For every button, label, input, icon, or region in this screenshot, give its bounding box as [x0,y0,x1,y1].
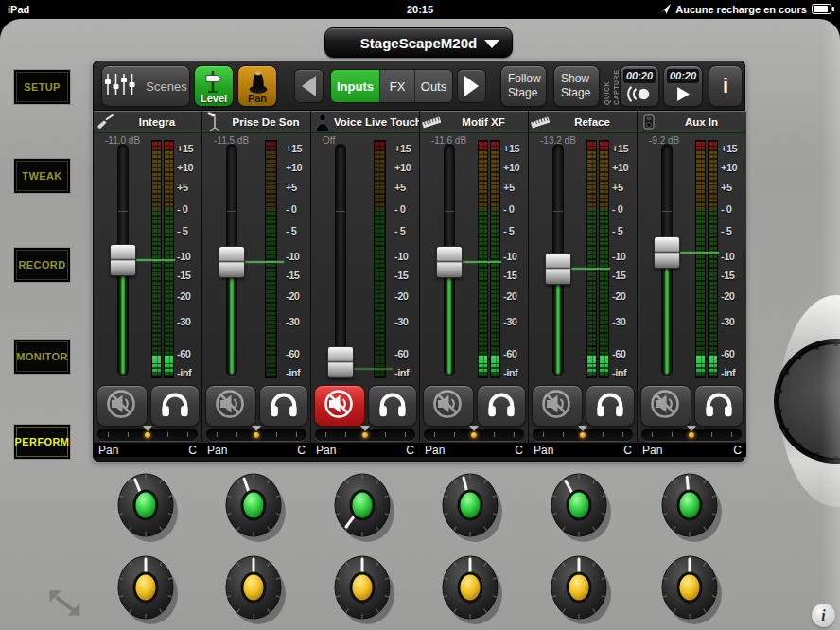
mute-button[interactable] [314,385,365,427]
level-mode-button[interactable]: Level [194,65,234,107]
scale-tick-label: -60 [177,348,190,359]
sidebar-button-record[interactable]: RECORD [13,247,71,283]
pan-center-dot [145,432,150,438]
fader-handle[interactable] [545,253,571,285]
headphones-button[interactable] [694,385,744,427]
pan-slider[interactable] [424,429,524,441]
pan-row-label: Pan [207,444,227,457]
pan-tick [236,432,237,437]
pan-slider[interactable] [533,429,633,441]
mute-button[interactable] [423,385,474,427]
channel-header[interactable]: Motif XF [420,111,528,133]
headphones-button[interactable] [259,385,308,427]
next-page-button[interactable] [457,69,486,103]
meter-scale: +15+10+5- 0- 5-10-15-20-30-60-inf [503,140,528,378]
scale-tick-label: - 0 [503,203,514,215]
scale-tick-label: -15 [177,270,190,281]
pan-slider[interactable] [97,429,198,441]
prev-page-button[interactable] [294,69,324,103]
sidebar-button-perform[interactable]: PERFORM [13,424,71,460]
pan-label-row: Pan C [202,443,310,457]
guitar-icon [94,114,116,131]
channel-header[interactable]: Integra [94,111,201,133]
expand-icon[interactable] [45,586,85,624]
channel-body: -13.2 dB +15+10+5- 0- 5-10-15-20-30-60-i… [529,133,637,457]
channel-header[interactable]: Prise De Son [202,111,310,133]
sidebar-button-tweak[interactable]: TWEAK [13,158,71,194]
yellow-knob-2[interactable] [221,551,289,630]
pan-tick [494,432,495,437]
fader-handle[interactable] [110,244,136,276]
headphones-icon [591,389,629,423]
green-knob-1[interactable] [114,469,182,551]
pan-value: C [188,444,197,457]
scale-tick-label: -30 [394,316,408,327]
mute-button[interactable] [96,385,148,427]
headphones-button[interactable] [477,385,526,427]
headphones-button[interactable] [150,385,200,427]
headphones-button[interactable] [368,385,417,427]
channel-strip: Voice Live Touch Off +15+10+5- 0- 5-10-1… [311,111,420,457]
mute-button[interactable] [205,385,256,427]
yellow-knob-6[interactable] [657,551,726,630]
fader-handle[interactable] [327,346,354,378]
quick-capture-play-button[interactable]: 00:20 [663,65,703,107]
mute-button[interactable] [532,385,583,427]
green-knob-4[interactable] [438,469,506,551]
fader-track[interactable] [335,144,346,376]
channel-body: -11.5 dB +15+10+5- 0- 5-10-15-20-30-60-i… [202,133,310,457]
pan-center-dot [689,432,694,438]
device-selector-dropdown[interactable]: StageScapeM20d [324,27,513,58]
meter-scale: +15+10+5- 0- 5-10-15-20-30-60-inf [612,140,637,378]
tab-inputs[interactable]: Inputs [331,70,380,102]
device-selector-label: StageScapeM20d [360,35,477,51]
quick-capture-record-button[interactable]: 00:20 [620,65,659,107]
fader-stem [447,278,451,374]
channel-header[interactable]: Voice Live Touch [311,111,419,133]
scale-tick-label: - 5 [286,225,296,236]
fader-handle[interactable] [654,236,680,269]
speaker-mute-icon [646,389,686,423]
knob-icon [245,67,271,98]
follow-stage-button[interactable]: Follow Stage [500,65,547,107]
pan-slider[interactable] [641,429,742,441]
yellow-knob-4[interactable] [438,551,506,630]
toolbar-info-button[interactable]: i [709,65,743,107]
fader-handle[interactable] [436,246,463,278]
show-stage-button[interactable]: Show Stage [553,65,600,107]
scale-tick-label: -20 [394,290,408,302]
pan-pointer-icon [360,426,370,431]
yellow-knob-1[interactable] [114,551,182,630]
master-volume-knob[interactable] [745,278,840,528]
tab-outs[interactable]: Outs [415,70,452,102]
scenes-button[interactable]: Scenes [101,65,190,107]
level-meter [476,140,501,378]
pan-mode-button[interactable]: Pan [237,65,277,107]
headphones-icon [482,389,520,423]
speaker-mute-icon [429,389,468,423]
sidebar-button-monitor[interactable]: MONITOR [13,339,71,375]
scale-tick-label: -10 [177,251,190,262]
green-knob-2[interactable] [221,469,289,551]
yellow-knob-5[interactable] [547,551,615,630]
pan-slider[interactable] [315,429,415,441]
fader-handle[interactable] [219,246,245,278]
pan-label-row: Pan C [311,443,419,457]
sidebar-button-setup[interactable]: SETUP [13,69,71,105]
green-knob-6[interactable] [657,469,726,551]
channel-header[interactable]: Aux In [638,111,746,133]
fader-stem [121,276,125,374]
scale-tick-label: -10 [612,251,625,262]
scale-tick-label: -20 [721,290,734,302]
tab-fx[interactable]: FX [380,70,415,102]
pan-row-label: Pan [534,444,553,457]
headphones-button[interactable] [586,385,635,427]
yellow-knob-3[interactable] [330,551,398,630]
green-knob-3[interactable] [330,469,398,551]
pan-center-dot [254,432,259,438]
mute-button[interactable] [640,385,691,427]
channel-header[interactable]: Reface [529,111,637,133]
green-knob-5[interactable] [547,469,615,551]
pan-slider[interactable] [206,429,306,441]
info-button[interactable]: i [812,604,835,627]
